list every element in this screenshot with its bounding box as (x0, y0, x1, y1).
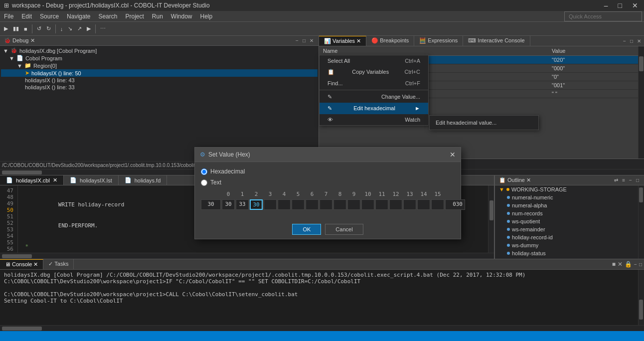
editor-tab-cbl[interactable]: 📄 holidaysIX.cbl ✕ (0, 175, 64, 185)
toolbar-btn-4[interactable]: ↺ (35, 24, 43, 33)
tab-interactive-console[interactable]: ⌨ Interactive Console (463, 36, 530, 46)
debug-hscrollbar[interactable] (0, 169, 319, 175)
tree-item-line33[interactable]: holidaysIX () line: 33 (1, 84, 318, 91)
debug-collapse[interactable]: − (295, 38, 300, 43)
outline-item[interactable]: num-records (495, 209, 638, 217)
context-menu[interactable]: Select All Ctrl+A 📋 Copy Variables Ctrl+… (319, 55, 429, 126)
outline-sync[interactable]: ⇄ (613, 177, 619, 183)
menu-file[interactable]: File (0, 12, 17, 21)
console-content[interactable]: holidaysIX.dbg [Cobol Program] /C:/COBOL… (0, 270, 638, 325)
outline-vscrollbar[interactable] (638, 185, 644, 259)
outline-collapse[interactable]: ≡ (621, 177, 626, 183)
ctx-label: Change Value... (381, 94, 420, 100)
debug-close[interactable]: ✕ (309, 38, 315, 43)
menu-edit[interactable]: Edit (17, 12, 36, 21)
tree-item-line43[interactable]: holidaysIX () line: 43 (1, 77, 318, 84)
ctx-change-value[interactable]: ✎ Change Value... (320, 91, 428, 103)
editor-hscrollbar[interactable] (0, 253, 494, 259)
outline-item[interactable]: numeral-numeric (495, 193, 638, 201)
ctx-edit-hex[interactable]: ✎ Edit hexadecimal ► (320, 103, 428, 114)
debug-tree[interactable]: ▼ 🐞 holidaysIX.dbg [Cobol Program] ▼ 📄 C… (0, 46, 319, 161)
toolbar-btn-1[interactable]: ▶ (2, 24, 10, 33)
outline-maximize[interactable]: □ (635, 177, 640, 183)
vars-hscroll[interactable] (319, 169, 644, 175)
console-controls[interactable]: ■ ✕ 🔒 − □ (610, 259, 644, 269)
tree-item-line50[interactable]: ➤ holidaysIX () line: 50 (1, 69, 318, 77)
variables-tabs[interactable]: 📊 Variables ✕ 🔴 Breakpoints 🧮 Expression… (319, 36, 644, 46)
debug-panel-controls[interactable]: − □ ✕ (295, 38, 315, 43)
menu-source[interactable]: Source (36, 12, 63, 21)
code-content[interactable]: WRITE holiday-record END-PERFORM. * set-… (18, 185, 488, 253)
menu-project[interactable]: Project (121, 12, 148, 21)
outline-item[interactable]: ws-remainder (495, 225, 638, 233)
editor-hscroll-thumb[interactable] (2, 254, 32, 258)
console-scrollbar-thumb[interactable] (639, 300, 643, 320)
toolbar-btn-3[interactable]: ■ (22, 25, 29, 33)
close-button[interactable]: ✕ (630, 1, 640, 9)
console-stop-btn[interactable]: ■ (612, 261, 616, 268)
toolbar-debug-step-out[interactable]: ↗ (75, 24, 84, 33)
editor-tabs[interactable]: 📄 holidaysIX.cbl ✕ 📄 holidaysIX.lst 📄 ho… (0, 175, 494, 185)
tree-item-root[interactable]: ▼ 🐞 holidaysIX.dbg [Cobol Program] (1, 47, 318, 54)
outline-item[interactable]: holiday-record-id (495, 233, 638, 241)
outline-item[interactable]: ▼ WORKING-STORAGE (495, 185, 638, 193)
tree-item-region[interactable]: ▼ 📁 Region[0] (1, 62, 318, 69)
toolbar-debug-resume[interactable]: ▶ (85, 24, 93, 33)
menu-navigate[interactable]: Navigate (63, 12, 94, 21)
tab-variables[interactable]: 📊 Variables ✕ (319, 36, 366, 46)
vars-panel-controls[interactable]: − □ ✕ (620, 36, 644, 46)
ctx-copy-variables[interactable]: 📋 Copy Variables Ctrl+C (320, 66, 428, 78)
menu-window[interactable]: Window (167, 12, 196, 21)
console-hscroll-thumb[interactable] (2, 327, 42, 331)
console-hscrollbar[interactable] (0, 325, 644, 331)
editor-vscrollbar[interactable] (488, 185, 494, 253)
minimize-button[interactable]: – (602, 1, 610, 9)
outline-controls[interactable]: ⇄ ≡ − □ (613, 177, 640, 183)
outline-item[interactable]: numeral-alpha (495, 201, 638, 209)
tab-expressions[interactable]: 🧮 Expressions (414, 36, 463, 46)
tab-console[interactable]: 🖥 Console ✕ (0, 259, 43, 269)
outline-tree[interactable]: ▼ WORKING-STORAGE numeral-numeric numera… (495, 185, 644, 259)
outline-minimize[interactable]: − (628, 177, 633, 183)
outline-label: numeral-numeric (512, 194, 553, 200)
code-editor[interactable]: 47 48 49 50 51 52 53 54 55 56 57 58 59 (0, 185, 494, 253)
ctx-select-all[interactable]: Select All Ctrl+A (320, 55, 428, 66)
debug-maximize[interactable]: □ (302, 38, 307, 43)
quick-access-input[interactable] (564, 11, 642, 21)
tab-tasks[interactable]: ✓ Tasks (43, 259, 74, 269)
toolbar-debug-step-into[interactable]: ↘ (66, 24, 74, 33)
outline-item[interactable]: ws-quotient (495, 217, 638, 225)
outline-item[interactable]: ws-dummy (495, 241, 638, 249)
window-controls[interactable]: – □ ✕ (602, 1, 640, 9)
toolbar-debug-step-over[interactable]: ↓ (58, 25, 65, 33)
console-maximize[interactable]: □ (639, 262, 642, 267)
toolbar-btn-5[interactable]: ↻ (44, 24, 53, 33)
vars-scrollbar[interactable] (638, 46, 644, 159)
tree-item-cobol[interactable]: ▼ 📄 Cobol Program (1, 54, 318, 62)
menu-help[interactable]: Help (196, 12, 217, 21)
ctx-watch[interactable]: 👁 Watch (320, 114, 428, 125)
console-vscrollbar[interactable] (638, 270, 644, 325)
close-icon[interactable]: ✕ (53, 177, 57, 183)
toolbar-btn-2[interactable]: ▮▮ (11, 24, 21, 33)
vars-maximize[interactable]: □ (629, 38, 634, 44)
vars-close[interactable]: ✕ (636, 38, 642, 44)
vars-minimize[interactable]: − (622, 38, 627, 44)
menu-run[interactable]: Run (148, 12, 167, 21)
outline-scrollbar-thumb[interactable] (639, 187, 643, 202)
console-minimize[interactable]: − (634, 262, 637, 267)
menu-search[interactable]: Search (94, 12, 121, 21)
editor-tab-lst[interactable]: 📄 holidaysIX.lst (64, 175, 119, 185)
editor-vscrollbar-thumb[interactable] (489, 200, 493, 220)
console-clear-btn[interactable]: ✕ (618, 261, 623, 268)
outline-item[interactable]: holiday-status (495, 249, 638, 257)
maximize-button[interactable]: □ (616, 1, 624, 9)
vars-scrollbar-thumb[interactable] (639, 56, 644, 71)
editor-tab-fd[interactable]: 📄 holidays.fd (119, 175, 167, 185)
var-value: "020" (548, 56, 638, 64)
toolbar-btn-more[interactable]: ⋯ (98, 24, 108, 33)
console-scroll-lock[interactable]: 🔒 (625, 261, 632, 268)
console-tabs[interactable]: 🖥 Console ✕ ✓ Tasks ■ ✕ 🔒 − □ (0, 259, 644, 270)
tab-breakpoints[interactable]: 🔴 Breakpoints (366, 36, 414, 46)
ctx-find[interactable]: Find... Ctrl+F (320, 78, 428, 89)
